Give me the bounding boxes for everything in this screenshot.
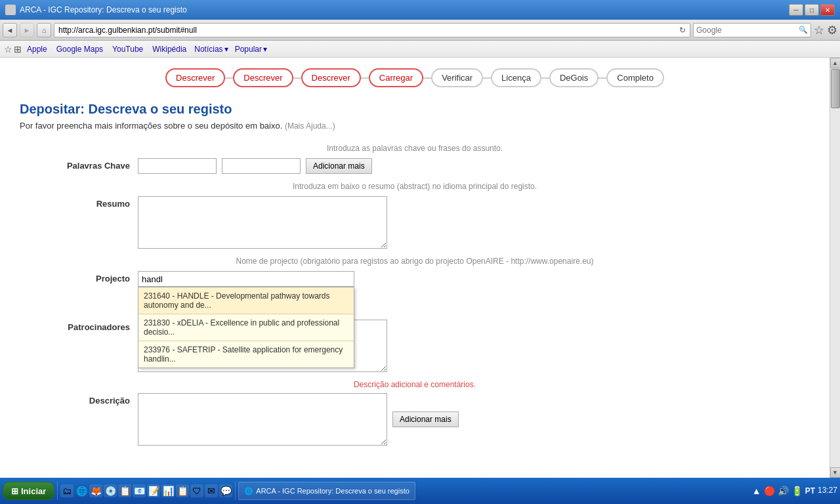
browser-icon [5,5,16,15]
close-button[interactable]: ✕ [820,4,835,16]
step-arrow-3 [361,77,369,79]
step-arrow-7 [598,77,606,79]
minimize-button[interactable]: ─ [789,4,803,16]
descricao-row: Descrição Adicionar mais [20,393,810,446]
window-title: ARCA - IGC Repository: Descreva o seu re… [20,5,187,14]
home-button[interactable]: ⌂ [37,23,51,37]
descricao-textarea[interactable] [138,393,387,446]
projecto-hint: Nome de projecto (obrigatório para regis… [20,257,810,266]
patrocinadores-label: Patrocinadores [20,320,138,332]
maximize-button[interactable]: □ [805,4,819,16]
autocomplete-item-1[interactable]: 231640 - HANDLE - Developmental pathway … [138,287,354,314]
page-content: Descrever Descrever Descrever Carregar V… [0,58,830,478]
keywords-row: Palavras Chave Adicionar mais [20,158,810,174]
page-body: Depositar: Descreva o seu registo Por fa… [0,95,830,460]
step-bubble-6[interactable]: Licença [491,68,541,87]
bookmarks-bar: ☆ ⊞ Apple Google Maps YouTube Wikipédia … [0,41,840,58]
projecto-row: Projecto 231640 - HANDLE - Developmental… [20,271,810,287]
step-bubble-7[interactable]: DeGois [549,68,598,87]
keywords-label: Palavras Chave [20,158,138,171]
step-arrow-2 [293,77,301,79]
bookmark-youtube[interactable]: YouTube [108,43,147,55]
projecto-input[interactable] [138,271,354,287]
keywords-add-button[interactable]: Adicionar mais [306,158,372,174]
step-arrow-6 [541,77,549,79]
resumo-label: Resumo [20,196,138,209]
projecto-autocomplete-wrapper: 231640 - HANDLE - Developmental pathway … [138,271,354,287]
bookmark-google-maps[interactable]: Google Maps [52,43,107,55]
descricao-hint: Descrição adicional e comentários. [20,380,810,389]
step-bubble-5[interactable]: Verificar [431,68,483,87]
bookmarks-star-icon[interactable]: ☆ [4,44,12,54]
step-descrever-2[interactable]: Descrever [233,68,293,87]
forward-button[interactable]: ► [20,23,34,37]
address-bar[interactable]: ↻ [54,23,690,37]
step-bubble-1[interactable]: Descrever [165,68,225,87]
scrollbar-track[interactable] [830,68,841,467]
title-bar-controls: ─ □ ✕ [789,4,835,16]
resumo-hint: Introduza em baixo o resumo (abstract) n… [20,182,810,191]
browser-content: Descrever Descrever Descrever Carregar V… [0,58,840,478]
step-descrever-1[interactable]: Descrever [165,68,225,87]
step-bubble-4[interactable]: Carregar [369,68,423,87]
keyword-input-1[interactable] [138,158,217,174]
step-licenca[interactable]: Licença [491,68,541,87]
step-verificar[interactable]: Verificar [431,68,483,87]
page-title: Depositar: Descreva o seu registo [20,102,810,117]
resumo-textarea[interactable] [138,196,387,249]
settings-button[interactable]: ⚙ [827,23,837,37]
keyword-input-2[interactable] [222,158,301,174]
bookmark-noticias[interactable]: Notícias ▾ [192,43,230,55]
help-link[interactable]: (Mais Ajuda...) [285,121,335,131]
step-descrever-3[interactable]: Descrever [301,68,361,87]
workflow-steps: Descrever Descrever Descrever Carregar V… [0,58,830,95]
star-button[interactable]: ☆ [814,23,824,37]
autocomplete-item-3[interactable]: 233976 - SAFETRIP - Satellite applicatio… [138,341,354,368]
autocomplete-item-2[interactable]: 231830 - xDELIA - Excellence in public a… [138,314,354,341]
search-icon: 🔍 [799,26,808,34]
step-bubble-3[interactable]: Descrever [301,68,361,87]
step-bubble-8[interactable]: Completo [606,68,664,87]
scrollbar-thumb[interactable] [831,69,840,108]
descricao-label: Descrição [20,393,138,406]
scrollbar-up-button[interactable]: ▲ [830,58,841,68]
step-arrow-1 [225,77,233,79]
step-arrow-5 [483,77,491,79]
search-input[interactable] [696,26,799,35]
projecto-label: Projecto [20,271,138,284]
url-input[interactable] [58,26,679,35]
back-button[interactable]: ◄ [3,23,17,37]
search-bar[interactable]: 🔍 [693,23,811,37]
step-bubble-2[interactable]: Descrever [233,68,293,87]
step-completo[interactable]: Completo [606,68,664,87]
page-subtitle: Por favor preencha mais informações sobr… [20,121,810,131]
bookmark-wikipedia[interactable]: Wikipédia [148,43,190,55]
keywords-hint: Introduza as palavras chave ou frases do… [20,144,810,153]
descricao-inputs: Adicionar mais [138,393,810,446]
projecto-inputs: 231640 - HANDLE - Developmental pathway … [138,271,810,287]
refresh-icon[interactable]: ↻ [679,26,686,35]
descricao-add-button[interactable]: Adicionar mais [392,411,459,427]
keywords-inputs: Adicionar mais [138,158,810,174]
resumo-inputs [138,196,810,249]
bookmarks-grid-icon[interactable]: ⊞ [14,44,22,54]
autocomplete-dropdown: 231640 - HANDLE - Developmental pathway … [138,287,354,368]
scrollbar-down-button[interactable]: ▼ [830,467,841,478]
bookmark-popular[interactable]: Popular ▾ [232,43,270,55]
bookmark-apple[interactable]: Apple [23,43,51,55]
step-arrow-4 [423,77,431,79]
right-scrollbar: ▲ ▼ [830,58,840,478]
title-bar-left: ARCA - IGC Repository: Descreva o seu re… [5,5,187,15]
step-degois[interactable]: DeGois [549,68,598,87]
resumo-row: Resumo [20,196,810,249]
browser-toolbar: ◄ ► ⌂ ↻ 🔍 ☆ ⚙ [0,20,840,41]
title-bar: ARCA - IGC Repository: Descreva o seu re… [0,0,840,20]
step-carregar[interactable]: Carregar [369,68,423,87]
